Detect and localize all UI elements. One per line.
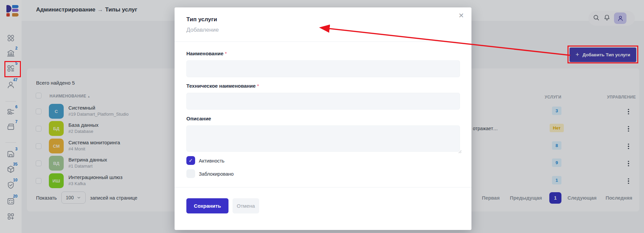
technical-name-input[interactable] — [186, 93, 460, 110]
save-button[interactable]: Сохранить — [186, 198, 228, 213]
description-textarea[interactable] — [186, 125, 460, 152]
modal-subtitle: Добавление — [186, 27, 219, 33]
technical-name-field-label: Техническое наименование * — [186, 83, 259, 89]
description-field-label: Описание — [186, 116, 211, 121]
service-type-modal: ✕ Тип услуги Добавление Наименование * Т… — [175, 7, 471, 230]
modal-header-divider — [175, 41, 471, 42]
required-asterisk: * — [257, 83, 259, 89]
modal-title: Тип услуги — [186, 16, 217, 23]
annotation-box-add-button — [568, 46, 638, 63]
cancel-button[interactable]: Отмена — [233, 198, 259, 213]
blocked-checkbox[interactable] — [186, 169, 195, 178]
name-input[interactable] — [186, 60, 460, 77]
close-icon[interactable]: ✕ — [458, 11, 464, 20]
textarea-resize-grip[interactable] — [458, 150, 462, 153]
name-field-label: Наименование * — [186, 51, 227, 56]
annotation-box-sidebar-icon — [4, 61, 21, 77]
blocked-checkbox-label: Заблокировано — [199, 171, 234, 177]
modal-footer-divider — [175, 187, 471, 187]
app-screen: Администрирование→Типы услуг + Добавить … — [0, 0, 644, 233]
required-asterisk: * — [225, 51, 227, 56]
active-checkbox[interactable]: ✓ — [186, 156, 195, 165]
active-checkbox-label: Активность — [199, 158, 224, 164]
